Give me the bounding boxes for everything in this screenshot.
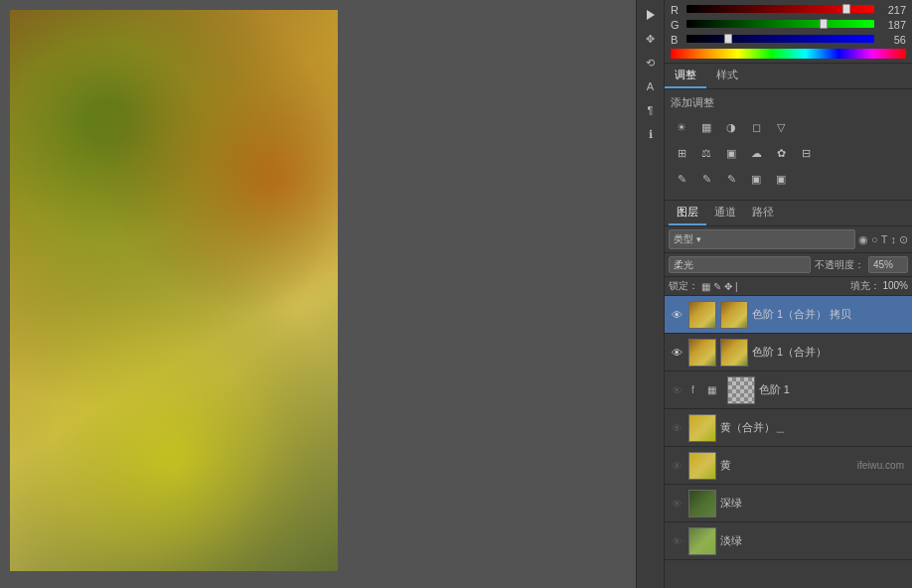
layer-eye-4[interactable]: 👁: [669, 420, 684, 436]
info-tool-icon[interactable]: ℹ: [640, 123, 662, 145]
invert-icon[interactable]: ✎: [671, 168, 692, 190]
layer-item-2[interactable]: 👁 色阶 1（合并）: [665, 334, 912, 371]
fill-label: 填充：: [850, 280, 880, 291]
filter-icon-1[interactable]: ◉: [858, 233, 868, 246]
adj-icons-row-2: ⊞ ⚖ ▣ ☁ ✿ ⊟: [671, 142, 906, 164]
fill-percent[interactable]: 100%: [882, 280, 908, 291]
r-value: 217: [878, 4, 906, 16]
bw-icon[interactable]: ▣: [720, 142, 742, 164]
filter-icon-5[interactable]: ⊙: [899, 233, 908, 246]
posterize-icon[interactable]: ✎: [695, 168, 717, 190]
photo-filter-icon[interactable]: ☁: [745, 142, 767, 164]
rotate-tool-icon[interactable]: ⟲: [640, 52, 662, 74]
layer-eye-5[interactable]: 👁: [669, 458, 684, 474]
layer-thumb-6: [688, 490, 716, 517]
layer-thumb-4: [688, 414, 716, 442]
layers-search-row: 类型 ▾ ◉ ○ T ↕ ⊙: [665, 226, 912, 253]
hue-icon[interactable]: ⊞: [671, 142, 692, 164]
layer-item-5[interactable]: 👁 黄 ifeiwu.com: [665, 447, 912, 485]
lock-label: 锁定：: [669, 279, 698, 293]
right-panel: R 217 G 187 B: [664, 0, 912, 588]
toolbar: ✥ ⟲ A ¶ ℹ: [636, 0, 664, 588]
g-slider-thumb[interactable]: [820, 19, 828, 29]
layer-name-7: 淡绿: [720, 533, 908, 548]
levels-icon[interactable]: ▦: [695, 116, 717, 138]
exposure-icon[interactable]: ◻: [745, 116, 767, 138]
b-slider-track: [686, 35, 874, 43]
layers-tab-paths[interactable]: 路径: [744, 201, 782, 225]
lock-draw-icon[interactable]: ✎: [713, 281, 721, 292]
balance-icon[interactable]: ⚖: [695, 142, 717, 164]
g-slider-track: [686, 20, 874, 28]
layer-mode-row: 柔光 不透明度： 45%: [665, 253, 912, 277]
layers-tab-channels[interactable]: 通道: [706, 201, 744, 225]
play-tool-icon[interactable]: [640, 4, 662, 26]
r-slider-container[interactable]: [686, 5, 874, 15]
blend-mode-select[interactable]: 柔光: [669, 256, 811, 273]
b-label: B: [671, 34, 683, 46]
layer-item-1[interactable]: 👁 色阶 1（合并） 拷贝: [665, 296, 912, 334]
layer-eye-2[interactable]: 👁: [669, 345, 684, 361]
layer-item-4[interactable]: 👁 黄（合并）＿: [665, 409, 912, 447]
color-lookup-icon[interactable]: ⊟: [795, 142, 817, 164]
threshold-icon[interactable]: ✎: [720, 168, 742, 190]
lock-all-icon[interactable]: ▦: [701, 281, 710, 292]
gradient-icon[interactable]: ▽: [770, 116, 792, 138]
filter-icon-2[interactable]: ○: [871, 233, 878, 245]
layer-item-3[interactable]: 👁 f ▦ 色阶 1: [665, 371, 912, 409]
selective-color-icon[interactable]: ▣: [770, 168, 792, 190]
layer-thumb-2: [688, 339, 716, 367]
g-slider-container[interactable]: [686, 20, 874, 30]
layer-thumb-7: [688, 527, 716, 555]
layer-thumb-1b: [720, 301, 748, 329]
b-color-row: B 56: [671, 34, 906, 46]
layer-eye-6[interactable]: 👁: [669, 496, 684, 512]
layers-list: 👁 色阶 1（合并） 拷贝 👁: [665, 296, 912, 588]
layer-name-1: 色阶 1（合并） 拷贝: [752, 307, 908, 322]
g-value: 187: [878, 19, 906, 31]
b-value: 56: [878, 34, 906, 46]
adj-icons-row-3: ✎ ✎ ✎ ▣ ▣: [671, 168, 906, 190]
layer-eye-7[interactable]: 👁: [669, 533, 684, 549]
r-color-row: R 217: [671, 4, 906, 16]
layer-thumb-1: [688, 301, 716, 329]
layer-item-6[interactable]: 👁 深绿: [665, 485, 912, 522]
layer-name-6: 深绿: [720, 496, 908, 511]
adjustments-tabs: 调整 样式: [665, 64, 912, 89]
brightness-icon[interactable]: ☀: [671, 116, 692, 138]
layer-name-3: 色阶 1: [759, 382, 908, 397]
lock-move-icon[interactable]: ✥: [724, 281, 732, 292]
paragraph-tool-icon[interactable]: ¶: [640, 99, 662, 121]
gradient-map-icon[interactable]: ▣: [745, 168, 767, 190]
g-label: G: [671, 19, 683, 31]
text-tool-icon[interactable]: A: [640, 75, 662, 97]
layer-eye-1[interactable]: 👁: [669, 307, 684, 323]
opacity-value[interactable]: 45%: [868, 256, 908, 273]
search-dropdown-icon[interactable]: ▾: [696, 234, 701, 244]
fill-value: 填充： 100%: [850, 279, 908, 293]
filter-icon-4[interactable]: ↕: [891, 233, 897, 245]
layers-tabs: 图层 通道 路径: [665, 201, 912, 226]
watermark-label: ifeiwu.com: [857, 460, 904, 471]
filter-icon-3[interactable]: T: [881, 233, 888, 245]
layer-eye-3[interactable]: 👁: [669, 382, 684, 398]
g-color-row: G 187: [671, 19, 906, 31]
adj-type-3: ▦: [701, 379, 723, 401]
layer-thumb-5: [688, 452, 716, 480]
search-box[interactable]: 类型 ▾: [669, 229, 855, 249]
layers-tab-layers[interactable]: 图层: [669, 201, 706, 225]
layer-name-2: 色阶 1（合并）: [752, 345, 908, 360]
layer-item-7[interactable]: 👁 淡绿: [665, 522, 912, 560]
adjustments-section: 添加调整 ☀ ▦ ◑ ◻ ▽ ⊞ ⚖ ▣ ☁ ✿ ⊟ ✎ ✎ ✎ ▣ ▣: [665, 89, 912, 201]
b-slider-container[interactable]: [686, 35, 874, 45]
curves-icon[interactable]: ◑: [720, 116, 742, 138]
lock-artboard-icon[interactable]: |: [735, 281, 738, 292]
add-adjustment-label: 添加调整: [671, 95, 906, 110]
channel-mixer-icon[interactable]: ✿: [770, 142, 792, 164]
tab-styles[interactable]: 样式: [706, 64, 748, 88]
b-slider-thumb[interactable]: [724, 34, 732, 44]
move-tool-icon[interactable]: ✥: [640, 28, 662, 50]
r-slider-thumb[interactable]: [842, 4, 850, 14]
tab-adjustments[interactable]: 调整: [665, 64, 706, 88]
full-color-bar: [671, 49, 906, 59]
